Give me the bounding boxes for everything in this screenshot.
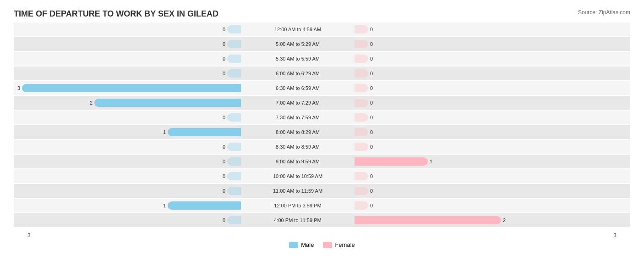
female-bar — [355, 172, 368, 180]
female-bar — [355, 99, 368, 107]
chart-row: 0 10:00 AM to 10:59 AM 0 — [14, 169, 630, 183]
female-side: 2 — [353, 216, 582, 224]
chart-area: 0 12:00 AM to 4:59 AM 0 0 5:00 AM to 5:2… — [14, 22, 630, 231]
female-side: 0 — [353, 128, 582, 136]
row-label: 8:30 AM to 8:59 AM — [243, 144, 353, 150]
female-bar — [355, 216, 501, 224]
female-bar — [355, 69, 368, 78]
female-side: 0 — [353, 99, 582, 107]
male-side: 3 — [14, 84, 243, 92]
female-value: 0 — [370, 115, 377, 120]
female-value: 0 — [370, 188, 377, 194]
male-value: 2 — [86, 100, 93, 106]
source-text: Source: ZipAtlas.com — [578, 9, 630, 16]
female-bar — [355, 40, 368, 48]
male-bar — [227, 55, 241, 63]
female-bar — [355, 55, 368, 63]
chart-row: 0 8:30 AM to 8:59 AM 0 — [14, 140, 630, 154]
female-value: 0 — [370, 144, 377, 150]
row-label: 4:00 PM to 11:59 PM — [243, 217, 353, 223]
female-value: 0 — [370, 41, 377, 47]
male-bar — [227, 25, 241, 33]
male-bar — [227, 172, 241, 180]
female-side: 0 — [353, 113, 582, 122]
male-side: 0 — [14, 143, 243, 151]
male-bar — [168, 201, 241, 210]
female-value: 0 — [370, 85, 377, 91]
row-label: 12:00 PM to 3:59 PM — [243, 203, 353, 208]
row-label: 10:00 AM to 10:59 AM — [243, 173, 353, 179]
legend-female: Female — [323, 241, 355, 248]
female-bar — [355, 157, 428, 166]
female-bar — [355, 128, 368, 136]
chart-row: 0 9:00 AM to 9:59 AM 1 — [14, 155, 630, 168]
female-bar — [355, 187, 368, 195]
axis-values: 3 3 — [14, 232, 630, 239]
male-bar — [227, 187, 241, 195]
female-value: 1 — [430, 159, 436, 164]
female-side: 0 — [353, 69, 582, 78]
female-bar — [355, 143, 368, 151]
row-label: 5:30 AM to 5:59 AM — [243, 56, 353, 61]
male-value: 0 — [219, 188, 225, 194]
female-side: 0 — [353, 172, 582, 180]
chart-row: 0 6:00 AM to 6:29 AM 0 — [14, 67, 630, 80]
male-value: 0 — [219, 41, 225, 47]
male-side: 0 — [14, 25, 243, 33]
row-label: 5:00 AM to 5:29 AM — [243, 41, 353, 47]
chart-row: 2 7:00 AM to 7:29 AM 0 — [14, 96, 630, 110]
row-label: 6:00 AM to 6:29 AM — [243, 71, 353, 76]
male-value: 0 — [219, 56, 225, 61]
female-side: 0 — [353, 40, 582, 48]
male-value: 0 — [219, 115, 225, 120]
male-value: 1 — [159, 129, 166, 135]
female-side: 0 — [353, 143, 582, 151]
male-bar — [227, 157, 241, 166]
male-bar — [94, 99, 241, 107]
male-side: 0 — [14, 216, 243, 224]
male-bar — [227, 40, 241, 48]
female-bar — [355, 84, 368, 92]
row-label: 6:30 AM to 6:59 AM — [243, 85, 353, 91]
male-side: 0 — [14, 55, 243, 63]
row-label: 9:00 AM to 9:59 AM — [243, 159, 353, 164]
male-value: 0 — [219, 173, 225, 179]
male-bar — [227, 216, 241, 224]
row-label: 7:30 AM to 7:59 AM — [243, 115, 353, 120]
chart-title: TIME OF DEPARTURE TO WORK BY SEX IN GILE… — [14, 9, 630, 19]
female-value: 0 — [370, 56, 377, 61]
chart-row: 1 12:00 PM to 3:59 PM 0 — [14, 199, 630, 212]
chart-row: 0 4:00 PM to 11:59 PM 2 — [14, 213, 630, 227]
chart-container: TIME OF DEPARTURE TO WORK BY SEX IN GILE… — [0, 0, 644, 273]
male-bar — [227, 69, 241, 78]
female-value: 0 — [370, 71, 377, 76]
female-side: 1 — [353, 157, 582, 166]
female-side: 0 — [353, 187, 582, 195]
male-value: 0 — [219, 71, 225, 76]
chart-row: 0 5:00 AM to 5:29 AM 0 — [14, 37, 630, 51]
legend: Male Female — [14, 241, 630, 248]
axis-right: 3 — [613, 232, 617, 239]
chart-row: 3 6:30 AM to 6:59 AM 0 — [14, 81, 630, 95]
chart-row: 0 11:00 AM to 11:59 AM 0 — [14, 184, 630, 198]
legend-male-box — [289, 242, 298, 248]
legend-female-box — [323, 242, 332, 248]
female-bar — [355, 201, 368, 210]
male-side: 2 — [14, 99, 243, 107]
chart-row: 0 7:30 AM to 7:59 AM 0 — [14, 111, 630, 124]
chart-row: 1 8:00 AM to 8:29 AM 0 — [14, 125, 630, 139]
male-side: 0 — [14, 157, 243, 166]
female-value: 0 — [370, 129, 377, 135]
row-label: 12:00 AM to 4:59 AM — [243, 27, 353, 32]
male-value: 0 — [219, 27, 225, 32]
row-label: 11:00 AM to 11:59 AM — [243, 188, 353, 194]
male-value: 1 — [159, 203, 166, 208]
male-side: 0 — [14, 40, 243, 48]
legend-female-label: Female — [335, 241, 355, 248]
chart-row: 0 12:00 AM to 4:59 AM 0 — [14, 22, 630, 36]
legend-male-label: Male — [301, 241, 314, 248]
female-value: 0 — [370, 27, 377, 32]
male-bar — [168, 128, 241, 136]
male-side: 0 — [14, 187, 243, 195]
female-bar — [355, 113, 368, 122]
